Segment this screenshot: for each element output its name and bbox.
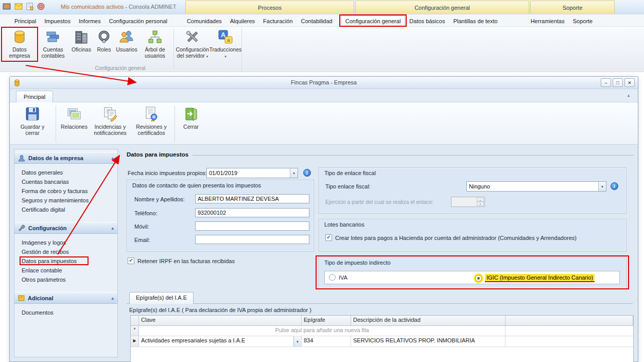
ribbon-button-roles[interactable]: Roles [93, 28, 115, 54]
tab-informes[interactable]: Informes [75, 16, 105, 26]
sidebar-item-datos-generales[interactable]: Datos generales [14, 168, 117, 177]
sidebar-section-datos-de-la-empresa[interactable]: Datos de la empresa ▴ [14, 152, 117, 164]
spinner-buttons[interactable]: ▴▾ [477, 198, 484, 206]
tab-comunidades[interactable]: Comunidades [183, 16, 226, 26]
iva-radio-label: IVA [339, 274, 347, 281]
sidebar-item-imagenes-y-logos[interactable]: Imágenes y logos [14, 238, 117, 247]
chevron-up-icon[interactable]: ▴ [111, 296, 114, 301]
collapse-ribbon-button[interactable]: ▴ [624, 92, 633, 100]
new-row-hint[interactable]: Pulse aquí para añadir una nueva fila [139, 326, 506, 336]
minimize-button[interactable]: – [601, 78, 611, 87]
nombre-field[interactable] [195, 194, 309, 203]
yellow-folder-icon [18, 295, 25, 301]
ribbon-button-oficinas[interactable]: Oficinas [70, 28, 93, 54]
toolbar-button-guardar-y-cerrar[interactable]: Guardar y cerrar [12, 105, 53, 143]
sidebar-section-adicional[interactable]: Adicional ▴ [14, 292, 117, 304]
toolbar-button-incidencias-y-notificaciones[interactable]: Incidencias y notificaciones [90, 105, 131, 143]
enlace-fiscal-groupbox: Tipo de enlace fiscal Tipo enlace fiscal… [319, 167, 626, 214]
certificate-icon [144, 106, 159, 122]
sidebar-item-enlace-contable[interactable]: Enlace contable [14, 266, 117, 275]
sidebar-item-gestion-de-recibos[interactable]: Gestión de recibos [14, 247, 117, 256]
context-group-procesos[interactable]: Procesos [185, 1, 354, 14]
ribbon-button-traducciones[interactable]: Aa Traducciones ▾ [210, 28, 241, 61]
tab-soporte[interactable]: Soporte [569, 16, 597, 26]
email-field[interactable] [195, 235, 309, 244]
lotes-checkbox-row: ✔ Crear lotes para pagos a Hacienda por … [325, 234, 577, 241]
fecha-inicio-combo[interactable]: 01/01/2019 ▼ [206, 168, 298, 178]
igic-radio[interactable] [475, 275, 482, 282]
sidebar-item-cuentas-bancarias[interactable]: Cuentas bancarias [14, 177, 117, 186]
svg-text:a: a [227, 38, 230, 43]
toolbar-button-relaciones[interactable]: Relaciones [59, 105, 90, 143]
ribbon-button-label: Árbol de usuarios [139, 46, 171, 59]
ribbon-buttons: Datos empresa Cuentas contables Oficinas… [2, 27, 241, 63]
sidebar-item-documentos[interactable]: Documentos [14, 308, 117, 317]
igic-radio-label: IGIC (Impuesto General Indirecto Canario… [485, 274, 595, 282]
quick-access-toolbar [3, 3, 45, 10]
tab-principal[interactable]: Principal [10, 16, 40, 26]
tab-impuestos[interactable]: Impuestos [40, 16, 75, 26]
mail-icon[interactable] [14, 3, 23, 10]
sidebar-item-certificado-digital[interactable]: Certificado digital [14, 205, 117, 214]
context-group-soporte[interactable]: Soporte [530, 1, 615, 14]
ribbon-button-cuentas-contables[interactable]: Cuentas contables [36, 28, 70, 60]
app-window-icon[interactable] [3, 3, 11, 10]
ribbon-button-configuracion-del-servidor[interactable]: Configuración del servidor ▾ [176, 28, 210, 61]
fecha-info-icon[interactable]: i [303, 169, 311, 177]
fecha-inicio-label: Fecha inicio impuestos propios: [128, 170, 207, 176]
telefono-field[interactable] [195, 208, 309, 217]
dropdown-arrow-icon: ▾ [224, 55, 227, 58]
ribbon-button-usuarios[interactable]: Usuarios [115, 28, 138, 54]
chevron-up-icon[interactable]: ▴ [111, 156, 114, 161]
column-header-descripcion[interactable]: Descripción de la actividad [351, 316, 506, 325]
ribbon-button-arbol-de-usuarios[interactable]: Árbol de usuarios [138, 28, 172, 60]
movil-field[interactable] [195, 221, 309, 231]
sidebar-item-forma-de-cobro-y-facturas[interactable]: Forma de cobro y facturas [14, 186, 117, 196]
tab-contabilidad[interactable]: Contabilidad [297, 16, 337, 26]
tab-alquileres[interactable]: Alquileres [226, 16, 259, 26]
toolbar-button-revisiones-y-certificados[interactable]: Revisiones y certificados [131, 105, 172, 143]
dropdown-arrow-icon[interactable]: ▼ [290, 168, 298, 178]
dropdown-arrow-icon[interactable]: ▼ [293, 336, 301, 347]
irpf-checkbox[interactable]: ✔ [128, 257, 134, 264]
column-header-clave[interactable]: Clave [139, 316, 302, 325]
tab-datos-basicos[interactable]: Datos básicos [405, 16, 449, 26]
iae-data-row[interactable]: ▶ Actividades empresariales sujetas a I.… [131, 336, 633, 347]
enlace-info-icon[interactable]: i [611, 182, 618, 190]
ribbon-group-configuracion-general: Datos empresa Cuentas contables Oficinas… [2, 27, 242, 72]
wrench-icon [18, 225, 25, 232]
save-icon [25, 106, 40, 122]
chevron-up-icon[interactable]: ▴ [111, 226, 114, 231]
epigrafe-cell[interactable]: 834 [302, 336, 351, 347]
sidebar-items-group: Imágenes y logos Gestión de recibos Dato… [14, 234, 117, 289]
dialog-tab-principal[interactable]: Principal [16, 91, 53, 102]
iae-tab[interactable]: Epígrafe(s) del I.A.E [129, 292, 194, 304]
tab-configuracion-general[interactable]: Configuración general [341, 15, 406, 26]
toolbar-button-cerrar[interactable]: Cerrar [178, 105, 204, 143]
comms-icon[interactable] [37, 3, 45, 10]
ejercicio-spinner[interactable]: ▴▾ [451, 197, 485, 207]
sidebar-section-configuracion[interactable]: Configuración ▴ [14, 222, 117, 234]
dialog-titlebar[interactable]: Fincas Pragma - Empresa – □ ✕ [10, 77, 638, 89]
lotes-checkbox[interactable]: ✔ [325, 234, 332, 241]
iva-radio[interactable] [329, 274, 336, 281]
tab-plantillas-de-texto[interactable]: Plantillas de texto [449, 16, 501, 26]
close-button[interactable]: ✕ [624, 78, 635, 87]
column-header-epigrafe[interactable]: Epígrafe [302, 316, 351, 325]
irpf-checkbox-row: ✔ Retener IRPF en las facturas recibidas [128, 257, 235, 264]
descripcion-cell[interactable]: SERVICIOS RELATIVOS PROP. INMOBILIARIA [351, 336, 506, 347]
ribbon-button-datos-empresa[interactable]: Datos empresa [3, 28, 36, 60]
restore-button[interactable]: □ [613, 78, 623, 87]
context-group-configuracion-general[interactable]: Configuración general [355, 1, 529, 14]
clave-combo[interactable]: Actividades empresariales sujetas a I.A.… [139, 336, 301, 347]
sidebar-item-datos-para-impuestos[interactable]: Datos para impuestos [14, 256, 117, 266]
tipo-enlace-combo[interactable]: Ninguno ▼ [466, 181, 606, 192]
sidebar-item-seguros-y-mantenimientos[interactable]: Seguros y mantenimientos [14, 196, 117, 205]
notes-icon[interactable] [26, 3, 33, 10]
tab-herramientas[interactable]: Herramientas [527, 16, 569, 26]
tab-configuracion-personal[interactable]: Configuración personal [105, 16, 171, 26]
sidebar-item-otros-parametros[interactable]: Otros parámetros [14, 275, 117, 284]
iae-new-row[interactable]: * Pulse aquí para añadir una nueva fila [131, 326, 633, 336]
dropdown-arrow-icon[interactable]: ▼ [598, 182, 606, 191]
tab-facturacion[interactable]: Facturación [259, 16, 297, 26]
